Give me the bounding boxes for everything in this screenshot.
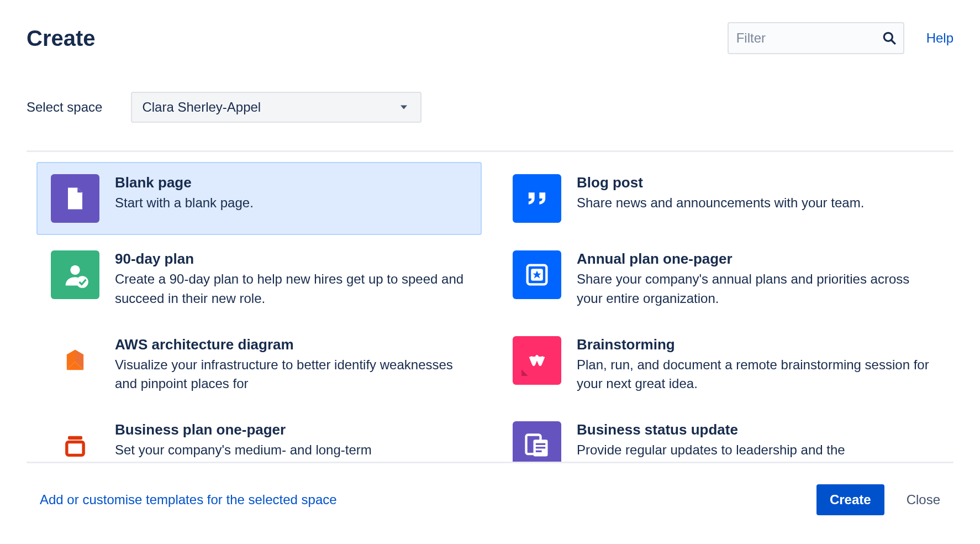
select-space-label: Select space <box>27 100 102 115</box>
template-card[interactable]: Business status updateProvide regular up… <box>498 409 944 462</box>
lucid-icon <box>51 336 99 385</box>
person-check-icon <box>51 250 99 299</box>
template-text: Business plan one-pagerSet your company'… <box>115 421 467 460</box>
template-title: AWS architecture diagram <box>115 336 467 353</box>
page-icon <box>51 174 99 223</box>
filter-input[interactable] <box>728 22 904 54</box>
quote-icon <box>513 174 561 223</box>
template-card[interactable]: Blog postShare news and announcements wi… <box>498 162 944 235</box>
template-description: Start with a blank page. <box>115 193 467 213</box>
template-description: Provide regular updates to leadership an… <box>577 441 929 460</box>
status-doc-icon <box>513 421 561 462</box>
template-card[interactable]: Annual plan one-pagerShare your company'… <box>498 238 944 321</box>
template-description: Plan, run, and document a remote brainst… <box>577 355 929 394</box>
dialog-footer: Add or customise templates for the selec… <box>27 463 953 515</box>
mural-icon <box>513 336 561 385</box>
template-grid: Blank pageStart with a blank page.Blog p… <box>36 152 944 462</box>
svg-rect-13 <box>536 451 542 452</box>
filter-search <box>728 22 904 54</box>
dialog-header: Create Help <box>27 0 953 65</box>
space-select-value: Clara Sherley-Appel <box>142 100 261 115</box>
star-doc-icon <box>513 250 561 299</box>
template-card[interactable]: Business plan one-pagerSet your company'… <box>36 409 482 462</box>
template-title: Blank page <box>115 174 467 191</box>
template-card[interactable]: BrainstormingPlan, run, and document a r… <box>498 324 944 406</box>
template-description: Share your company's annual plans and pr… <box>577 270 929 308</box>
template-description: Set your company's medium- and long-term <box>115 441 467 460</box>
space-selector-row: Select space Clara Sherley-Appel <box>27 65 953 134</box>
dialog-title: Create <box>27 26 96 51</box>
svg-rect-7 <box>68 436 82 440</box>
svg-point-3 <box>76 276 88 288</box>
template-text: 90-day planCreate a 90-day plan to help … <box>115 250 467 308</box>
template-card[interactable]: 90-day planCreate a 90-day plan to help … <box>36 238 482 321</box>
create-button[interactable]: Create <box>816 484 884 515</box>
template-card[interactable]: Blank pageStart with a blank page. <box>36 162 482 235</box>
help-link[interactable]: Help <box>926 30 953 46</box>
caret-down-icon <box>401 106 407 109</box>
svg-rect-11 <box>536 443 545 445</box>
customise-templates-link[interactable]: Add or customise templates for the selec… <box>40 492 337 508</box>
template-title: Brainstorming <box>577 336 929 353</box>
space-select-dropdown[interactable]: Clara Sherley-Appel <box>131 92 421 123</box>
close-button[interactable]: Close <box>907 492 940 508</box>
template-title: 90-day plan <box>115 250 467 268</box>
svg-point-2 <box>70 265 80 275</box>
template-title: Annual plan one-pager <box>577 250 929 268</box>
template-text: Business status updateProvide regular up… <box>577 421 929 460</box>
template-description: Share news and announcements with your t… <box>577 193 929 213</box>
archive-icon <box>51 421 99 462</box>
template-text: Blank pageStart with a blank page. <box>115 174 467 213</box>
template-title: Blog post <box>577 174 929 191</box>
template-description: Create a 90-day plan to help new hires g… <box>115 270 467 308</box>
template-text: BrainstormingPlan, run, and document a r… <box>577 336 929 394</box>
template-title: Business plan one-pager <box>115 421 467 438</box>
header-controls: Help <box>728 22 953 54</box>
template-card[interactable]: AWS architecture diagramVisualize your i… <box>36 324 482 406</box>
svg-rect-12 <box>536 447 545 448</box>
footer-actions: Create Close <box>816 484 940 515</box>
svg-rect-8 <box>67 442 83 456</box>
template-text: AWS architecture diagramVisualize your i… <box>115 336 467 394</box>
template-title: Business status update <box>577 421 929 438</box>
template-description: Visualize your infrastructure to better … <box>115 355 467 394</box>
template-text: Blog postShare news and announcements wi… <box>577 174 929 213</box>
template-text: Annual plan one-pagerShare your company'… <box>577 250 929 308</box>
